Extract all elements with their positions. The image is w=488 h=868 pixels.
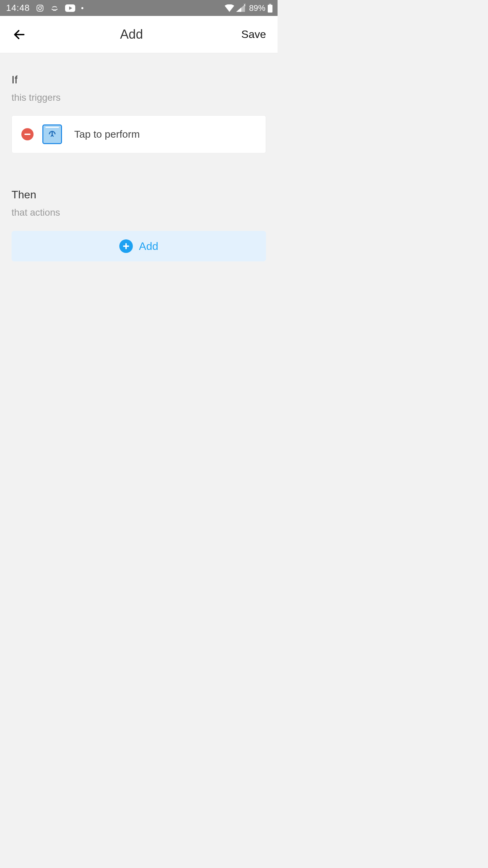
minus-icon <box>24 134 30 135</box>
add-action-button[interactable]: Add <box>12 231 266 261</box>
youtube-icon <box>65 4 75 12</box>
status-bar: 14:48 <box>0 0 278 16</box>
add-action-label: Add <box>139 240 158 253</box>
svg-point-1 <box>39 6 41 9</box>
battery-percent: 89% <box>249 3 265 13</box>
svg-rect-7 <box>269 4 271 5</box>
then-subtitle: that actions <box>12 207 266 218</box>
status-time: 14:48 <box>6 3 30 13</box>
page-title: Add <box>22 27 241 42</box>
content-area: If this triggers Tap to perform Then tha… <box>0 53 278 261</box>
if-section: If this triggers Tap to perform <box>12 74 266 153</box>
trigger-label: Tap to perform <box>74 129 140 140</box>
then-title: Then <box>12 189 266 201</box>
activity-icon <box>50 4 59 13</box>
remove-trigger-button[interactable] <box>21 128 34 140</box>
instagram-icon <box>36 4 44 12</box>
if-subtitle: this triggers <box>12 92 266 103</box>
svg-rect-10 <box>24 134 30 135</box>
app-header: Add Save <box>0 16 278 53</box>
status-right: x 89% <box>225 3 273 13</box>
svg-rect-8 <box>268 5 272 13</box>
then-section: Then that actions Add <box>12 189 266 261</box>
more-notifications-dot <box>81 7 83 9</box>
svg-marker-6 <box>236 7 241 12</box>
status-left: 14:48 <box>6 3 83 13</box>
plus-icon <box>122 242 130 250</box>
if-title: If <box>12 74 266 86</box>
svg-point-2 <box>41 6 42 6</box>
save-button[interactable]: Save <box>241 28 266 41</box>
wifi-icon <box>225 4 234 12</box>
tap-to-perform-icon <box>42 124 62 144</box>
cell-signal-icon: x <box>236 4 245 12</box>
trigger-row[interactable]: Tap to perform <box>12 115 266 153</box>
svg-rect-12 <box>123 245 129 247</box>
battery-icon <box>267 4 273 13</box>
plus-circle-icon <box>119 239 133 253</box>
